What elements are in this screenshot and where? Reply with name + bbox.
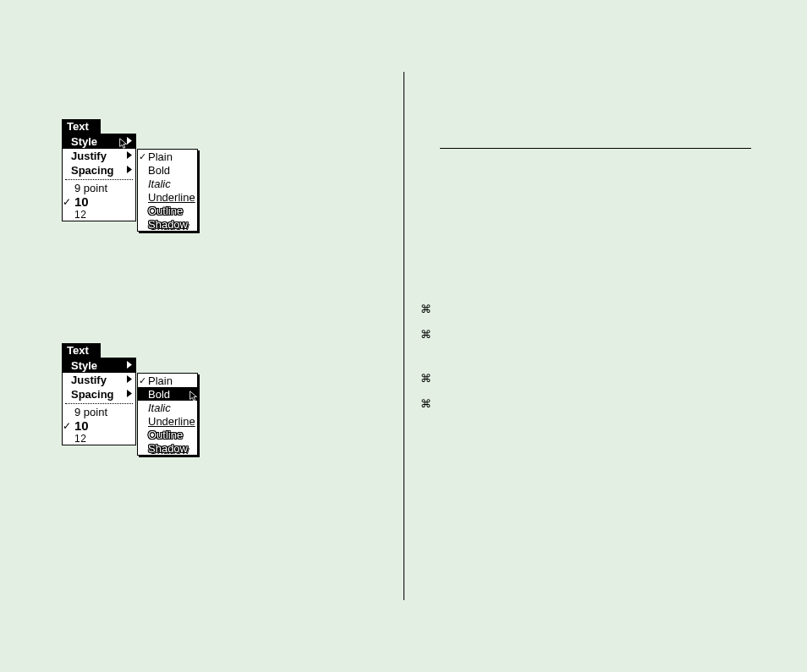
submenu-label: Bold [148,388,170,401]
command-key-glyph: ⌘ [420,303,431,315]
checkmark-icon: ✓ [63,196,71,208]
submenu-arrow-icon [126,165,133,174]
menu-panel: Style Justify Spacing 9 point ✓ 10 12 [62,358,136,445]
submenu-item-outline[interactable]: Outline [138,428,197,441]
submenu-label: Italic [148,178,171,190]
menu-item-label: 10 [74,418,89,433]
submenu-item-shadow[interactable]: Shadow [138,441,197,455]
submenu-item-underline[interactable]: Underline [138,190,197,204]
submenu-item-underline[interactable]: Underline [138,414,197,428]
submenu-arrow-icon [126,360,133,369]
menu-item-label: 10 [74,194,89,209]
submenu-label: Bold [148,164,170,177]
style-submenu: ✓ Plain Bold Italic Underline Outline Sh… [137,149,198,232]
submenu-arrow-icon [126,389,133,398]
menu-panel: Style Justify Spacing 9 point ✓ 10 12 [62,134,136,221]
menu-example-after: Text Style Justify Spacing 9 point ✓ 10 … [62,343,136,445]
menu-separator [65,403,133,404]
checkmark-icon: ✓ [139,151,146,162]
menu-item-justify[interactable]: Justify [63,373,135,387]
menu-item-label: Justify [71,150,107,162]
submenu-item-outline[interactable]: Outline [138,204,197,217]
checkmark-icon: ✓ [139,375,146,386]
menu-item-label: Spacing [71,164,114,177]
command-key-glyph: ⌘ [420,372,431,385]
menu-item-12pt[interactable]: 12 [63,209,135,221]
submenu-label: Shadow [148,442,188,455]
menu-item-label: Justify [71,374,107,386]
submenu-label: Plain [148,150,173,163]
submenu-item-shadow[interactable]: Shadow [138,217,197,231]
command-key-glyph: ⌘ [420,328,431,341]
submenu-label: Shadow [148,218,188,231]
submenu-item-italic[interactable]: Italic [138,177,197,190]
menu-item-label: Spacing [71,388,114,401]
submenu-item-bold[interactable]: Bold [138,387,197,401]
submenu-item-italic[interactable]: Italic [138,401,197,414]
submenu-arrow-icon [126,136,133,145]
menu-example-before: Text Style Justify Spacing 9 point ✓ 10 … [62,119,136,221]
submenu-arrow-icon [126,150,133,160]
menu-item-style[interactable]: Style [63,358,135,373]
menu-separator [65,179,133,180]
menu-item-9pt[interactable]: 9 point [63,406,135,418]
submenu-label: Italic [148,402,171,414]
submenu-item-bold[interactable]: Bold [138,163,197,177]
command-key-glyph: ⌘ [420,397,431,410]
menu-item-label: Style [71,359,97,372]
submenu-item-plain[interactable]: ✓ Plain [138,150,197,163]
vertical-divider [404,72,404,600]
menu-item-10pt[interactable]: ✓ 10 [63,194,135,209]
submenu-label: Plain [148,374,173,387]
menu-item-label: Style [71,135,97,148]
horizontal-divider [440,148,751,149]
submenu-item-plain[interactable]: ✓ Plain [138,374,197,387]
submenu-label: Outline [148,205,183,217]
menu-item-justify[interactable]: Justify [63,149,135,163]
submenu-label: Underline [148,191,195,204]
menu-item-9pt[interactable]: 9 point [63,182,135,194]
menu-item-style[interactable]: Style [63,134,135,149]
checkmark-icon: ✓ [63,420,71,432]
style-submenu: ✓ Plain Bold Italic Underline Outline Sh… [137,373,198,456]
submenu-label: Outline [148,429,183,441]
menu-item-10pt[interactable]: ✓ 10 [63,418,135,433]
menu-item-12pt[interactable]: 12 [63,433,135,445]
menu-item-spacing[interactable]: Spacing [63,387,135,402]
submenu-arrow-icon [126,374,133,384]
menu-title[interactable]: Text [62,343,101,358]
menu-title[interactable]: Text [62,119,101,134]
submenu-label: Underline [148,415,195,428]
menu-item-spacing[interactable]: Spacing [63,163,135,178]
